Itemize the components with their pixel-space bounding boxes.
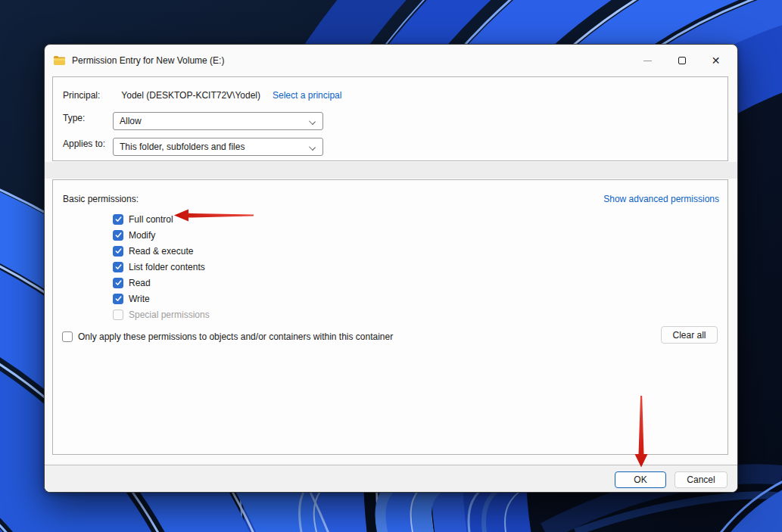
show-advanced-permissions-link[interactable]: Show advanced permissions xyxy=(603,194,719,204)
basic-permissions-panel: Basic permissions: Show advanced permiss… xyxy=(52,179,728,455)
type-dropdown-value: Allow xyxy=(120,116,142,126)
permission-checkbox[interactable] xyxy=(113,230,123,241)
select-a-principal-link[interactable]: Select a principal xyxy=(273,90,341,101)
permission-label: Read & execute xyxy=(129,246,193,257)
permission-label: Special permissions xyxy=(129,310,210,320)
permission-label: List folder contents xyxy=(129,262,205,272)
permission-checkbox[interactable] xyxy=(113,214,123,225)
applies-to-dropdown[interactable]: This folder, subfolders and files xyxy=(113,138,323,156)
basic-permissions-heading: Basic permissions: xyxy=(63,194,139,204)
clear-all-button[interactable]: Clear all xyxy=(661,326,718,344)
ok-label: OK xyxy=(634,474,646,485)
minimize-button[interactable] xyxy=(631,45,665,76)
folder-icon xyxy=(53,55,66,66)
maximize-icon xyxy=(678,57,686,64)
permission-checkbox-row[interactable]: Write xyxy=(113,291,210,306)
only-apply-checkbox[interactable] xyxy=(62,331,73,342)
window-title: Permission Entry for New Volume (E:) xyxy=(72,55,224,66)
panel-separator xyxy=(45,162,737,179)
permission-checkbox-row[interactable]: List folder contents xyxy=(113,259,210,275)
only-apply-row[interactable]: Only apply these permissions to objects … xyxy=(62,331,393,342)
permission-checkbox-row[interactable]: Special permissions xyxy=(113,306,210,322)
chevron-down-icon xyxy=(309,144,316,151)
type-dropdown[interactable]: Allow xyxy=(113,112,323,130)
maximize-button[interactable] xyxy=(665,45,699,76)
applies-to-dropdown-value: This folder, subfolders and files xyxy=(120,142,245,152)
permission-checkbox-row[interactable]: Read xyxy=(113,275,210,291)
permission-label: Modify xyxy=(129,230,155,241)
permission-checkbox[interactable] xyxy=(113,246,123,257)
only-apply-label: Only apply these permissions to objects … xyxy=(78,331,393,342)
permission-checkbox-row[interactable]: Read & execute xyxy=(113,243,210,259)
permission-checkbox[interactable] xyxy=(113,310,123,320)
permission-entry-dialog: Permission Entry for New Volume (E:) ✕ P… xyxy=(44,44,738,493)
permission-checkbox-row[interactable]: Full control xyxy=(113,211,210,227)
permission-label: Read xyxy=(129,278,151,288)
permission-checkbox[interactable] xyxy=(113,262,123,272)
principal-label: Principal: xyxy=(63,90,100,101)
permission-list: Full control Modify Read & execute List … xyxy=(113,211,210,322)
principal-section-panel: Principal: Yodel (DESKTOP-KCIT72V\Yodel)… xyxy=(52,76,728,161)
title-bar[interactable]: Permission Entry for New Volume (E:) ✕ xyxy=(45,45,737,76)
principal-value: Yodel (DESKTOP-KCIT72V\Yodel) xyxy=(121,90,260,101)
cancel-label: Cancel xyxy=(687,474,715,485)
ok-button[interactable]: OK xyxy=(615,471,666,488)
permission-checkbox[interactable] xyxy=(113,294,123,304)
close-button[interactable]: ✕ xyxy=(699,45,733,76)
permission-label: Write xyxy=(129,294,150,304)
permission-label: Full control xyxy=(129,214,173,225)
close-icon: ✕ xyxy=(712,55,721,66)
permission-checkbox[interactable] xyxy=(113,278,123,288)
type-label: Type: xyxy=(63,113,85,123)
chevron-down-icon xyxy=(309,118,316,125)
desktop: Permission Entry for New Volume (E:) ✕ P… xyxy=(0,0,782,532)
clear-all-label: Clear all xyxy=(672,330,706,341)
applies-to-label: Applies to: xyxy=(63,138,105,149)
minimize-icon xyxy=(643,61,652,61)
cancel-button[interactable]: Cancel xyxy=(675,471,727,488)
permission-checkbox-row[interactable]: Modify xyxy=(113,227,210,243)
